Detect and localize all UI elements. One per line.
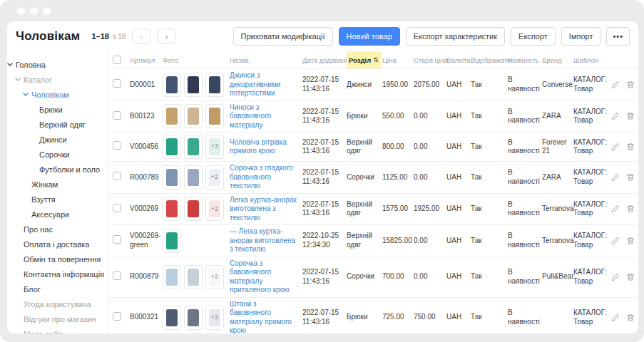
- sidebar-item[interactable]: Чоловікам: [7, 87, 108, 102]
- actions-cell: [610, 237, 638, 245]
- sidebar-item[interactable]: Каталог: [7, 72, 108, 87]
- product-photo[interactable]: [163, 104, 181, 128]
- product-photo[interactable]: +2: [205, 165, 224, 190]
- sidebar-item[interactable]: Жінкам: [7, 177, 108, 192]
- sidebar-item[interactable]: Про нас: [7, 222, 108, 237]
- col-old-price[interactable]: Стара ціна: [414, 51, 446, 68]
- col-date-added[interactable]: Дата додавання: [302, 51, 347, 68]
- window-minimize-icon[interactable]: [30, 7, 38, 15]
- sort-icon[interactable]: ⇅: [373, 56, 379, 63]
- product-photo[interactable]: [163, 229, 181, 253]
- sidebar-item[interactable]: Оплата і доставка: [7, 237, 108, 252]
- edit-button[interactable]: [611, 273, 620, 281]
- sidebar-item[interactable]: Футболки и поло: [7, 162, 108, 177]
- col-section-sorted[interactable]: Розділ ⇅: [347, 51, 381, 68]
- product-photo[interactable]: [184, 306, 203, 330]
- product-photo[interactable]: +2: [205, 265, 224, 289]
- more-actions-button[interactable]: •••: [606, 27, 630, 46]
- export-button[interactable]: Експорт: [511, 27, 556, 46]
- product-name-link[interactable]: — Легка куртка-анорак виготовлена з текс…: [230, 227, 302, 254]
- row-checkbox[interactable]: [113, 271, 121, 280]
- window-zoom-icon[interactable]: [43, 7, 51, 15]
- sidebar-item[interactable]: Аксесуари: [7, 207, 108, 222]
- col-brand[interactable]: Бренд: [542, 51, 573, 68]
- product-photo[interactable]: [184, 104, 203, 128]
- export-characteristics-button[interactable]: Експорт характеристик: [406, 27, 505, 46]
- product-photo[interactable]: [163, 135, 181, 159]
- sidebar-item[interactable]: Угода користувача: [7, 296, 108, 311]
- edit-button[interactable]: [611, 142, 620, 151]
- row-checkbox[interactable]: [113, 141, 121, 150]
- col-name[interactable]: Назва: [230, 51, 302, 68]
- row-checkbox[interactable]: [113, 312, 121, 321]
- col-price[interactable]: Ціна: [382, 51, 414, 68]
- new-product-button[interactable]: Новий товар: [339, 27, 400, 46]
- row-checkbox[interactable]: [113, 235, 121, 244]
- row-checkbox[interactable]: [113, 172, 121, 180]
- edit-button[interactable]: [611, 81, 620, 89]
- product-name-link[interactable]: Чоловіча вітрівка прямого крою: [230, 138, 302, 156]
- sidebar-item[interactable]: Відгуки про магазин: [7, 311, 108, 326]
- actions-cell: [610, 112, 638, 120]
- next-page-button[interactable]: ›: [157, 28, 175, 44]
- edit-button[interactable]: [611, 237, 620, 245]
- delete-button[interactable]: [626, 314, 635, 322]
- col-photo[interactable]: Фото: [163, 51, 230, 68]
- window-close-icon[interactable]: [17, 7, 25, 15]
- product-name-link[interactable]: Штани з бавовняного матеріалу прямого кр…: [230, 300, 302, 334]
- product-photo[interactable]: [184, 135, 203, 159]
- product-photo[interactable]: [205, 73, 224, 97]
- col-template[interactable]: Шаблон: [573, 51, 610, 68]
- sidebar-item[interactable]: Верхній одяг: [7, 117, 108, 132]
- sidebar-item[interactable]: Взуття: [7, 192, 108, 207]
- row-checkbox[interactable]: [113, 111, 121, 120]
- product-name-link[interactable]: Легка куртка-анорак виготовлена з тексти…: [230, 196, 302, 223]
- product-photo[interactable]: [184, 73, 203, 97]
- row-checkbox[interactable]: [113, 79, 121, 88]
- hide-modifications-button[interactable]: Приховати модифікації: [233, 27, 333, 46]
- delete-button[interactable]: [626, 81, 635, 89]
- product-name-link[interactable]: Сорочка з гладкого бавовняного текстилю: [230, 164, 302, 191]
- product-photo[interactable]: +2: [205, 197, 224, 221]
- edit-button[interactable]: [611, 173, 620, 182]
- product-photo[interactable]: [205, 104, 224, 128]
- sidebar-item[interactable]: Контактна інформація: [7, 266, 108, 281]
- sidebar-item[interactable]: Джинси: [7, 132, 108, 147]
- product-photo[interactable]: [163, 165, 181, 190]
- product-photo[interactable]: [163, 306, 181, 330]
- edit-button[interactable]: [611, 204, 620, 213]
- delete-button[interactable]: [626, 112, 635, 120]
- sidebar-item[interactable]: Сорочки: [7, 147, 108, 162]
- prev-page-button[interactable]: ‹: [132, 28, 150, 44]
- delete-button[interactable]: [626, 142, 635, 151]
- edit-button[interactable]: [611, 314, 620, 322]
- product-name-link[interactable]: Чиноси з бавовняного матеріалу: [230, 103, 302, 130]
- edit-button[interactable]: [611, 112, 620, 120]
- product-photo[interactable]: [184, 197, 203, 221]
- product-name-link[interactable]: Джинси з декоративними потертостями: [230, 71, 302, 98]
- product-name-link[interactable]: Сорочка з бавовняного матеріалу притален…: [230, 259, 302, 295]
- sidebar-item[interactable]: Блог: [7, 281, 108, 296]
- col-display[interactable]: Відображати: [471, 51, 508, 68]
- col-article[interactable]: Артикул: [130, 51, 163, 68]
- product-photo[interactable]: [163, 265, 181, 289]
- col-currency[interactable]: Валюта: [446, 51, 471, 68]
- sidebar-item[interactable]: Обмін та повернення: [7, 252, 108, 266]
- sidebar-item[interactable]: Брюки: [7, 102, 108, 117]
- product-photo[interactable]: [184, 165, 203, 190]
- product-photo[interactable]: +3: [205, 135, 224, 159]
- select-all-checkbox[interactable]: [113, 56, 121, 64]
- delete-button[interactable]: [626, 237, 635, 245]
- delete-button[interactable]: [626, 273, 635, 281]
- sidebar-item[interactable]: Головна: [7, 57, 108, 72]
- sidebar-item[interactable]: Мапа сайту: [7, 326, 108, 333]
- product-photo[interactable]: [184, 265, 203, 289]
- product-photo[interactable]: +2: [205, 306, 224, 330]
- delete-button[interactable]: [626, 204, 635, 213]
- product-photo[interactable]: [163, 73, 181, 97]
- import-button[interactable]: Імпорт: [561, 27, 601, 46]
- product-photo[interactable]: [163, 197, 181, 221]
- delete-button[interactable]: [626, 173, 635, 182]
- row-checkbox[interactable]: [113, 204, 121, 212]
- col-availability[interactable]: Наявність: [508, 51, 542, 68]
